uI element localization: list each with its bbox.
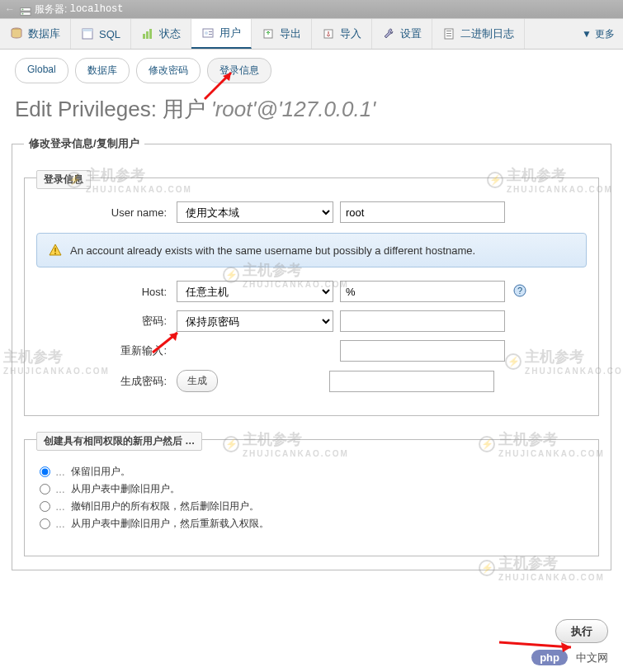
tab-label: 数据库: [28, 26, 60, 41]
tab-users[interactable]: 用户: [191, 19, 252, 49]
tab-more[interactable]: ▼ 更多: [573, 19, 623, 49]
tab-settings[interactable]: 设置: [372, 19, 432, 49]
genpw-label: 生成密码:: [36, 374, 177, 389]
create-user-fieldset: 创建具有相同权限的新用户然后 … …保留旧用户。 …从用户表中删除旧用户。 …撤…: [24, 439, 599, 556]
sub-tabs: Global 数据库 修改密码 登录信息: [0, 50, 623, 92]
password-input[interactable]: [340, 310, 505, 332]
subtab-changepw[interactable]: 修改密码: [136, 58, 201, 83]
tab-label: 导入: [340, 26, 361, 41]
username-input[interactable]: [340, 201, 505, 223]
host-input[interactable]: [340, 281, 505, 302]
svg-text:?: ?: [517, 286, 522, 296]
tab-sql[interactable]: SQL: [71, 19, 131, 49]
heading-userlabel: 用户: [163, 97, 205, 121]
host-help-icon[interactable]: ?: [513, 284, 526, 300]
radio-option-delete[interactable]: …从用户表中删除旧用户。: [40, 482, 583, 496]
row-username: User name: 使用文本域: [36, 201, 587, 223]
tab-label: 状态: [159, 26, 181, 41]
svg-point-3: [22, 13, 24, 15]
radio-option-reload[interactable]: …从用户表中删除旧用户，然后重新载入权限。: [40, 517, 583, 531]
export-icon: [262, 27, 275, 40]
warning-text: An account already exists with the same …: [70, 244, 475, 257]
edit-login-panel: 修改登录信息/复制用户 登录信息 User name: 使用文本域 An acc…: [12, 144, 611, 570]
radio-option-keep[interactable]: …保留旧用户。: [40, 465, 583, 479]
subtab-global[interactable]: Global: [15, 58, 68, 83]
create-legend: 创建具有相同权限的新用户然后 …: [36, 432, 202, 451]
genpw-output[interactable]: [329, 371, 494, 392]
row-password: 密码: 保持原密码: [36, 310, 587, 332]
status-icon: [141, 27, 154, 40]
retype-input[interactable]: [340, 340, 505, 362]
heading-user: 'root': [211, 97, 257, 121]
generate-password-button[interactable]: 生成: [177, 370, 218, 392]
footer-bar: php 中文网: [531, 650, 608, 665]
radio-reload[interactable]: [40, 518, 50, 529]
radio-label: 撤销旧用户的所有权限，然后删除旧用户。: [71, 499, 259, 513]
row-host: Host: 任意主机 ?: [36, 281, 587, 302]
server-name: localhost: [70, 0, 124, 18]
heading-prefix: Edit Privileges:: [15, 97, 163, 121]
duplicate-account-warning: An account already exists with the same …: [36, 233, 587, 267]
row-retype: 重新输入:: [36, 340, 587, 362]
tab-binlog[interactable]: 二进制日志: [432, 19, 525, 49]
svg-rect-6: [83, 29, 92, 31]
tab-label: 设置: [400, 26, 422, 41]
main-tabs: 数据库 SQL 状态 用户 导出 导入 设置 二进制日志 ▼ 更多: [0, 18, 623, 50]
host-type-select[interactable]: 任意主机: [177, 281, 333, 302]
login-legend: 登录信息: [36, 170, 91, 189]
svg-rect-9: [149, 29, 152, 39]
execute-button[interactable]: 执行: [555, 619, 608, 643]
svg-rect-8: [146, 31, 149, 39]
username-label: User name:: [36, 206, 177, 219]
more-triangle-icon: ▼: [582, 28, 592, 40]
host-label: Host:: [36, 286, 177, 298]
login-info-fieldset: 登录信息 User name: 使用文本域 An account already…: [24, 177, 599, 416]
svg-rect-17: [446, 31, 451, 31]
breadcrumb-arrow-icon: ←: [5, 0, 15, 18]
php-badge: php: [531, 650, 568, 665]
binlog-icon: [442, 27, 455, 40]
panel-legend: 修改登录信息/复制用户: [24, 136, 144, 151]
svg-rect-21: [54, 253, 56, 254]
database-icon: [10, 27, 23, 40]
radio-label: 保留旧用户。: [71, 465, 130, 479]
tab-status[interactable]: 状态: [131, 19, 191, 49]
svg-point-2: [22, 9, 24, 11]
radio-label: 从用户表中删除旧用户，然后重新载入权限。: [71, 517, 269, 531]
warning-icon: [49, 244, 62, 257]
subtab-database[interactable]: 数据库: [75, 58, 130, 83]
password-label: 密码:: [36, 314, 177, 329]
tab-export[interactable]: 导出: [252, 19, 312, 49]
cnw-text: 中文网: [576, 651, 608, 665]
import-icon: [322, 27, 335, 40]
tab-label: SQL: [99, 28, 120, 40]
svg-rect-7: [143, 34, 145, 39]
subtab-logininfo[interactable]: 登录信息: [207, 58, 271, 83]
radio-revoke[interactable]: [40, 501, 50, 512]
tab-label: 用户: [219, 26, 241, 40]
retype-label: 重新输入:: [36, 343, 177, 358]
heading-at: @: [256, 97, 277, 121]
radio-keep[interactable]: [40, 466, 50, 477]
tab-database[interactable]: 数据库: [0, 19, 71, 49]
tab-label: 导出: [280, 26, 301, 41]
svg-point-11: [205, 31, 208, 35]
svg-rect-18: [446, 33, 451, 34]
wrench-icon: [382, 27, 395, 40]
users-icon: [201, 26, 215, 40]
radio-label: 从用户表中删除旧用户。: [71, 482, 180, 496]
server-icon: [20, 4, 31, 14]
svg-rect-19: [446, 35, 451, 36]
tab-import[interactable]: 导入: [312, 19, 372, 49]
heading-host: '127.0.0.1': [278, 97, 375, 121]
password-type-select[interactable]: 保持原密码: [177, 310, 333, 332]
radio-list: …保留旧用户。 …从用户表中删除旧用户。 …撤销旧用户的所有权限，然后删除旧用户…: [36, 455, 587, 541]
tab-label: 更多: [595, 27, 615, 41]
server-label: 服务器:: [35, 0, 67, 18]
username-type-select[interactable]: 使用文本域: [177, 201, 333, 223]
tab-label: 二进制日志: [460, 26, 514, 41]
svg-rect-13: [209, 34, 212, 35]
radio-option-revoke[interactable]: …撤销旧用户的所有权限，然后删除旧用户。: [40, 499, 583, 513]
radio-delete[interactable]: [40, 484, 50, 495]
sql-icon: [81, 27, 94, 40]
